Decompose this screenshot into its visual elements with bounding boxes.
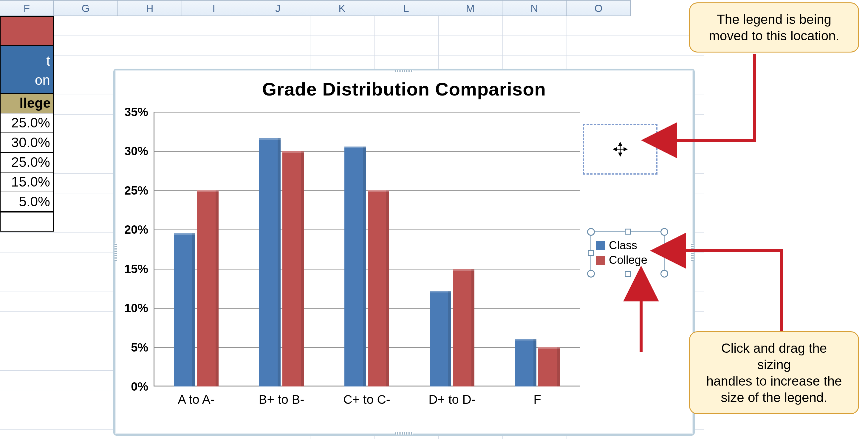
x-category-label: A to A- — [178, 392, 215, 407]
col-header-H[interactable]: H — [118, 1, 182, 16]
legend-resize-handle[interactable] — [587, 228, 595, 236]
svg-marker-5 — [624, 148, 627, 151]
arrow-to-drop-target — [656, 45, 781, 164]
column-headers: F G H I J K L M N O — [0, 0, 631, 16]
cell-header-fragment[interactable]: t on — [0, 46, 54, 94]
bar-class-1[interactable] — [259, 138, 281, 386]
y-tick-label: 15% — [124, 262, 148, 275]
col-header-K[interactable]: K — [310, 1, 374, 16]
chart-resize-handle-bottom[interactable] — [395, 432, 413, 435]
legend-swatch-class — [596, 241, 605, 250]
y-tick-label: 0% — [131, 380, 148, 393]
legend-drop-target[interactable] — [583, 124, 657, 175]
y-axis — [154, 112, 154, 386]
x-category-label: D+ to D- — [429, 392, 475, 407]
bar-class-4[interactable] — [515, 339, 536, 386]
x-category-label: F — [533, 392, 541, 407]
col-header-I[interactable]: I — [182, 1, 246, 16]
bar-college-4[interactable] — [538, 347, 560, 386]
move-cursor-icon — [613, 142, 628, 157]
cell-series-color-red[interactable] — [0, 16, 54, 46]
callout-sizing-handles: Click and drag the sizing handles to inc… — [689, 331, 859, 414]
chart-resize-handle-left[interactable] — [115, 243, 117, 261]
col-header-M[interactable]: M — [438, 1, 502, 16]
y-tick-label: 30% — [124, 144, 148, 158]
y-tick-label: 20% — [124, 223, 148, 236]
col-header-F[interactable]: F — [0, 1, 54, 16]
col-header-G[interactable]: G — [54, 1, 118, 16]
chart-plot-area[interactable]: 0%5%10%15%20%25%30%35%A to A-B+ to B-C+ … — [154, 112, 580, 386]
gridline — [154, 151, 580, 152]
bar-college-2[interactable] — [368, 191, 389, 386]
bar-class-2[interactable] — [344, 147, 366, 386]
y-tick-label: 35% — [124, 105, 148, 119]
col-header-O[interactable]: O — [566, 1, 631, 16]
cell-empty[interactable] — [0, 212, 54, 232]
legend-swatch-college — [596, 256, 605, 265]
chart-object[interactable]: Grade Distribution Comparison 0%5%10%15%… — [113, 69, 695, 436]
cell-pct-2[interactable]: 25.0% — [0, 153, 54, 173]
arrow-to-legend-bottom — [602, 281, 677, 358]
x-category-label: B+ to B- — [259, 392, 305, 407]
cell-pct-4[interactable]: 5.0% — [0, 192, 54, 212]
chart-title[interactable]: Grade Distribution Comparison — [115, 79, 693, 100]
y-tick-label: 5% — [131, 341, 148, 354]
bar-college-3[interactable] — [453, 269, 474, 386]
svg-marker-2 — [619, 143, 622, 146]
legend-resize-handle[interactable] — [588, 250, 594, 256]
svg-marker-3 — [619, 153, 622, 156]
legend-resize-handle[interactable] — [625, 229, 631, 235]
y-tick-label: 10% — [124, 301, 148, 315]
col-header-N[interactable]: N — [502, 1, 566, 16]
bar-class-0[interactable] — [174, 233, 195, 386]
legend-resize-handle[interactable] — [625, 271, 631, 277]
chart-resize-handle-top[interactable] — [395, 70, 413, 72]
callout-legend-moving: The legend is being moved to this locati… — [689, 2, 859, 53]
x-category-label: C+ to C- — [343, 392, 390, 407]
cell-pct-3[interactable]: 15.0% — [0, 173, 54, 192]
gridline — [154, 112, 580, 113]
svg-marker-4 — [614, 148, 617, 151]
bar-college-1[interactable] — [282, 151, 304, 386]
clipped-left-column: t on llege 25.0% 30.0% 25.0% 15.0% 5.0% — [0, 16, 54, 232]
cell-pct-0[interactable]: 25.0% — [0, 113, 54, 133]
y-tick-label: 25% — [124, 183, 148, 197]
col-header-J[interactable]: J — [246, 1, 310, 16]
col-header-L[interactable]: L — [374, 1, 438, 16]
bar-class-3[interactable] — [430, 291, 451, 386]
bar-college-0[interactable] — [197, 191, 219, 386]
legend-label: Class — [609, 239, 637, 252]
legend-resize-handle[interactable] — [587, 270, 595, 277]
cell-pct-1[interactable]: 30.0% — [0, 133, 54, 153]
cell-subheader-college[interactable]: llege — [0, 94, 54, 113]
